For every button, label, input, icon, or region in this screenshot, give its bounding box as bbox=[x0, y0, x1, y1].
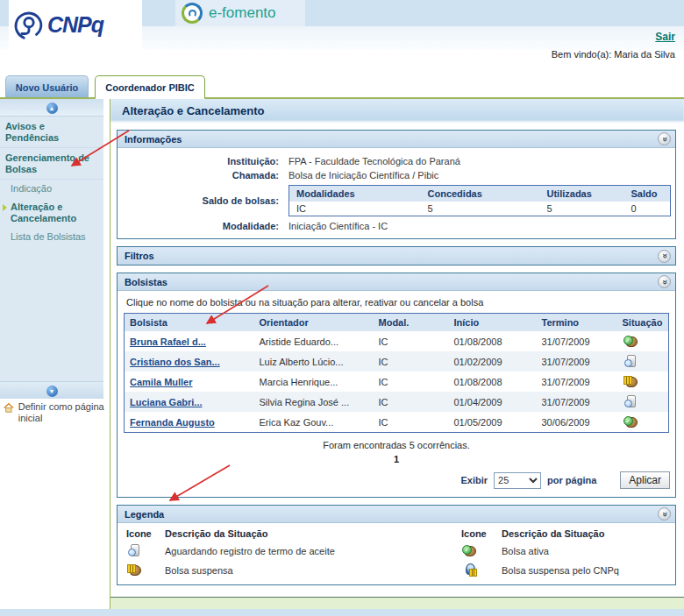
saldo-label: Saldo de bolsas: bbox=[125, 195, 279, 206]
cnpq-head-icon bbox=[12, 10, 46, 41]
tab-novo-usuario[interactable]: Novo Usuário bbox=[5, 75, 89, 98]
per-page-select[interactable]: 25 bbox=[494, 472, 541, 489]
aplicar-button[interactable]: Aplicar bbox=[620, 471, 670, 489]
modalidade-value: Iniciação Científica - IC bbox=[289, 221, 668, 231]
collapse-icon[interactable]: » bbox=[658, 275, 671, 288]
table-row: Camila Muller Marcia Henrique... IC 01/0… bbox=[125, 372, 669, 392]
cnpq-logo-text: CNPq bbox=[47, 12, 103, 38]
page-bottom-strip bbox=[0, 609, 684, 616]
section-legenda: Legenda » Icone Descrição da Situação Ic… bbox=[117, 505, 676, 585]
legend-suspensa-icon bbox=[126, 563, 143, 577]
collapse-icon[interactable]: » bbox=[658, 507, 671, 520]
section-filtros: Filtros » bbox=[117, 246, 676, 266]
sidebar-scroll-up[interactable]: ▲ bbox=[0, 99, 103, 117]
legend-ativa-icon bbox=[461, 543, 478, 558]
situacao-icon[interactable] bbox=[623, 374, 639, 389]
collapse-icon[interactable]: » bbox=[658, 132, 671, 145]
home-icon bbox=[4, 401, 14, 414]
section-bolsistas-header: Bolsistas » bbox=[118, 273, 675, 291]
instituicao-label: Instituição: bbox=[125, 156, 279, 166]
app-window: CNPq e-fomento Sair Bem vindo(a): Maria … bbox=[0, 0, 684, 616]
legend-col-desc: Descrição da Situação bbox=[502, 528, 668, 539]
welcome-text: Bem vindo(a): Maria da Silva bbox=[552, 49, 675, 60]
logout-link[interactable]: Sair bbox=[655, 31, 675, 43]
situacao-icon[interactable] bbox=[623, 414, 639, 429]
arrow-down-icon[interactable]: ▼ bbox=[46, 386, 58, 397]
main-content: Alteração e Cancelamento Informações » I… bbox=[110, 99, 684, 616]
chamada-label: Chamada: bbox=[125, 170, 279, 181]
table-row: Bruna Rafael d... Aristide Eduardo... IC… bbox=[125, 331, 669, 351]
active-item-marker-icon bbox=[3, 204, 7, 211]
sidebar: ▲ Avisos e Pendências Gerenciamento de B… bbox=[0, 99, 103, 399]
table-row: Cristiano dos San... Luiz Alberto Lúcio.… bbox=[125, 351, 669, 372]
legend-aguardando-icon bbox=[126, 543, 143, 558]
page-title: Alteração e Cancelamento bbox=[110, 99, 684, 123]
legend-item-desc: Bolsa suspensa pelo CNPq bbox=[502, 565, 668, 576]
exibir-label: Exibir bbox=[461, 475, 488, 485]
per-page-label: por página bbox=[547, 475, 596, 485]
efomento-icon bbox=[182, 3, 203, 24]
legend-col-desc: Descrição da Situação bbox=[165, 528, 461, 539]
bolsista-link[interactable]: Bruna Rafael d... bbox=[130, 336, 206, 347]
situacao-icon[interactable] bbox=[623, 394, 639, 409]
situacao-icon[interactable] bbox=[623, 334, 639, 349]
bolsista-link[interactable]: Camila Muller bbox=[130, 377, 193, 387]
tab-coordenador-pibic[interactable]: Coordenador PIBIC bbox=[95, 75, 205, 99]
legend-item-desc: Bolsa suspensa bbox=[165, 565, 461, 576]
bolsista-link[interactable]: Luciana Gabri... bbox=[130, 397, 203, 407]
efomento-logo-text: e-fomento bbox=[209, 4, 276, 22]
saldo-table: Modalidades Concedidas Utilizadas Saldo … bbox=[289, 185, 671, 216]
bolsistas-hint: Clique no nome do bolsista ou na situaçã… bbox=[118, 291, 675, 312]
section-filtros-header: Filtros » bbox=[118, 247, 675, 265]
legend-suspensa-cnpq-icon bbox=[461, 563, 478, 577]
saldo-row: IC 5 5 0 bbox=[289, 202, 671, 216]
instituicao-value: FPA - Faculdade Tecnológica do Paraná bbox=[289, 156, 668, 166]
legend-col-icon: Icone bbox=[126, 528, 165, 539]
collapse-icon[interactable]: » bbox=[658, 250, 671, 263]
section-informacoes-header: Informações » bbox=[118, 131, 675, 148]
legend-item-desc: Bolsa ativa bbox=[502, 546, 668, 556]
modalidade-label: Modalidade: bbox=[125, 221, 279, 231]
sidebar-item-lista-bolsistas[interactable]: Lista de Bolsistas bbox=[0, 228, 103, 246]
bolsista-link[interactable]: Cristiano dos San... bbox=[130, 357, 220, 367]
sidebar-section-avisos[interactable]: Avisos e Pendências bbox=[0, 117, 103, 148]
bolsistas-table: Bolsista Orientador Modal. Início Termin… bbox=[124, 313, 669, 433]
sidebar-scroll-down[interactable]: ▼ bbox=[0, 381, 103, 399]
content-footer-bar bbox=[110, 597, 684, 609]
legend-item-desc: Aguardando registro de termo de aceite bbox=[165, 546, 461, 556]
set-homepage-link[interactable]: Definir como página inicial bbox=[4, 401, 107, 424]
cnpq-logo: CNPq bbox=[9, 0, 142, 50]
sidebar-item-indicacao[interactable]: Indicação bbox=[0, 180, 103, 198]
page-number[interactable]: 1 bbox=[118, 450, 675, 466]
sidebar-item-alteracao-cancelamento[interactable]: Alteração e Cancelamento bbox=[0, 198, 103, 228]
section-legenda-header: Legenda » bbox=[118, 506, 675, 523]
result-count: Foram encontradas 5 ocorrências. bbox=[118, 433, 675, 450]
chamada-value: Bolsa de Iniciação Científica / Pibic bbox=[289, 170, 668, 181]
section-informacoes: Informações » Instituição: FPA - Faculda… bbox=[117, 130, 676, 239]
section-bolsistas: Bolsistas » Clique no nome do bolsista o… bbox=[117, 273, 676, 498]
arrow-up-icon[interactable]: ▲ bbox=[46, 103, 58, 114]
sidebar-section-gerenciamento: Gerenciamento de Bolsas bbox=[0, 148, 103, 180]
bolsista-link[interactable]: Fernanda Augusto bbox=[130, 417, 215, 428]
table-row: Fernanda Augusto Erica Kaz Gouv... IC 01… bbox=[125, 412, 669, 433]
situacao-icon[interactable] bbox=[623, 354, 639, 369]
efomento-logo: e-fomento bbox=[182, 3, 276, 24]
legend-col-icon: Icone bbox=[461, 528, 502, 539]
table-row: Luciana Gabri... Silvia Regina José ... … bbox=[125, 392, 669, 412]
